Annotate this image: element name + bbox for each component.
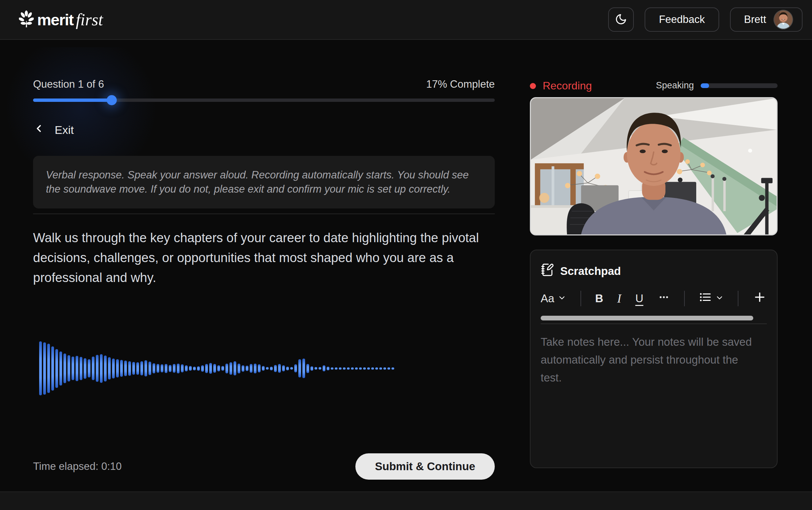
toolbar-scrollbar[interactable]: [541, 316, 753, 320]
underline-button[interactable]: U: [635, 292, 643, 305]
bold-button[interactable]: B: [595, 292, 603, 305]
notebook-pen-icon: [541, 263, 554, 279]
section-divider: [33, 214, 495, 214]
speaking-level-track: [701, 83, 778, 88]
laurel-logo-icon: [19, 9, 34, 30]
avatar: [774, 10, 793, 29]
scratchpad-placeholder: Take notes here... Your notes will be sa…: [541, 336, 752, 384]
chevron-left-icon: [33, 123, 45, 137]
chevron-down-icon: [715, 292, 724, 305]
waveform: [39, 341, 397, 395]
user-menu-button[interactable]: Brett: [730, 7, 803, 32]
bold-label: B: [595, 292, 603, 305]
list-dropdown[interactable]: [699, 291, 724, 306]
font-style-label: Aa: [541, 292, 554, 305]
instruction-text: Verbal response. Speak your answer aloud…: [46, 169, 469, 195]
ellipsis-icon: [657, 291, 670, 306]
italic-label: I: [617, 291, 621, 306]
recording-label: Recording: [543, 80, 592, 92]
exit-link[interactable]: Exit: [33, 123, 74, 137]
moon-icon: [615, 13, 627, 26]
feedback-button[interactable]: Feedback: [645, 7, 719, 32]
speaking-label: Speaking: [656, 80, 694, 91]
theme-toggle-button[interactable]: [608, 7, 634, 32]
percent-complete: 17% Complete: [426, 78, 495, 90]
exit-label: Exit: [55, 123, 74, 137]
interview-page: merit first Feedback Brett: [0, 0, 812, 510]
progress-bar: [33, 98, 495, 102]
recording-status-row: Recording Speaking: [530, 80, 778, 92]
toolbar-divider: [684, 291, 685, 306]
top-actions: Feedback Brett: [608, 7, 803, 32]
brand-logo: merit first: [19, 9, 103, 30]
plus-icon: [753, 290, 767, 307]
speaking-meter: Speaking: [656, 80, 778, 92]
scratchpad-toolbar: Aa B I U: [541, 289, 767, 308]
footer-bar: [0, 491, 812, 510]
progress-fill: [33, 98, 112, 102]
toolbar-rule: [541, 323, 767, 324]
add-block-button[interactable]: [753, 290, 767, 307]
toolbar-divider: [580, 291, 581, 306]
chevron-down-icon: [558, 292, 566, 305]
speaking-level-fill: [701, 83, 709, 88]
question-counter: Question 1 of 6: [33, 78, 104, 90]
more-options-button[interactable]: [657, 291, 670, 306]
scratchpad-title: Scratchpad: [560, 265, 621, 278]
user-name-label: Brett: [744, 13, 766, 26]
scratchpad-editor[interactable]: Take notes here... Your notes will be sa…: [541, 333, 753, 387]
recording-dot-icon: [530, 83, 536, 89]
top-bar: merit first Feedback Brett: [0, 0, 812, 40]
scratchpad-header: Scratchpad: [541, 263, 767, 279]
feedback-button-label: Feedback: [659, 13, 705, 26]
italic-button[interactable]: I: [617, 291, 621, 306]
list-icon: [699, 291, 712, 306]
bottom-row: Time elapsed: 0:10 Submit & Continue: [33, 453, 495, 480]
underline-label: U: [635, 292, 643, 305]
webcam-scene: [531, 98, 777, 234]
brand-name-italic: first: [76, 10, 103, 29]
instruction-card: Verbal response. Speak your answer aloud…: [33, 156, 495, 208]
time-elapsed: Time elapsed: 0:10: [33, 460, 122, 473]
progress-thumb: [107, 95, 117, 105]
webcam-video-feed: [530, 97, 778, 235]
brand-name-bold: merit: [37, 10, 73, 29]
scratchpad-panel: Scratchpad Aa B I U: [530, 250, 778, 468]
question-text: Walk us through the key chapters of your…: [33, 228, 485, 288]
submit-continue-button[interactable]: Submit & Continue: [355, 453, 495, 480]
recording-indicator: Recording: [530, 80, 592, 92]
submit-label: Submit & Continue: [375, 460, 475, 473]
font-style-dropdown[interactable]: Aa: [541, 292, 566, 305]
progress-header: Question 1 of 6 17% Complete: [33, 78, 495, 90]
toolbar-divider: [738, 291, 738, 306]
